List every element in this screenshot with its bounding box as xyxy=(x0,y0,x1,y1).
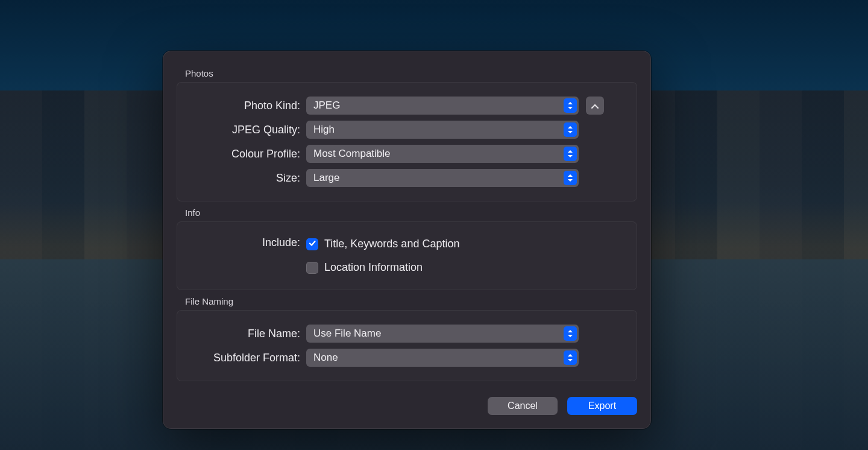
row-photo-kind: Photo Kind: JPEG xyxy=(186,96,628,115)
label-colour-profile: Colour Profile: xyxy=(186,148,306,160)
popup-jpeg-quality-value: High xyxy=(313,124,335,136)
section-title-photos: Photos xyxy=(185,68,637,78)
checkbox-row-title-keywords-caption: Title, Keywords and Caption xyxy=(306,238,459,250)
updown-icon xyxy=(564,350,577,365)
checkbox-title-keywords-caption[interactable] xyxy=(306,238,318,250)
label-photo-kind: Photo Kind: xyxy=(186,100,306,112)
export-button-label: Export xyxy=(588,401,616,411)
updown-icon xyxy=(564,98,577,113)
popup-size[interactable]: Large xyxy=(306,169,579,187)
row-file-name: File Name: Use File Name xyxy=(186,324,628,343)
popup-size-value: Large xyxy=(313,172,339,184)
checkbox-label-title-keywords-caption: Title, Keywords and Caption xyxy=(324,238,459,250)
updown-icon xyxy=(564,326,577,341)
row-colour-profile: Colour Profile: Most Compatible xyxy=(186,144,628,163)
section-title-file-naming: File Naming xyxy=(185,296,637,306)
label-subfolder-format: Subfolder Format: xyxy=(186,352,306,364)
row-include: Include: Title, Keywords and Caption Loc… xyxy=(186,235,628,276)
popup-photo-kind[interactable]: JPEG xyxy=(306,97,579,115)
popup-colour-profile[interactable]: Most Compatible xyxy=(306,145,579,163)
checkbox-row-location-information: Location Information xyxy=(306,261,423,274)
updown-icon xyxy=(564,171,577,185)
checkbox-location-information[interactable] xyxy=(306,262,318,274)
checkbox-label-location-information: Location Information xyxy=(324,261,423,274)
cancel-button-label: Cancel xyxy=(508,401,538,411)
section-info: Include: Title, Keywords and Caption Loc… xyxy=(177,221,637,290)
updown-icon xyxy=(564,147,577,161)
popup-file-name-value: Use File Name xyxy=(313,328,381,340)
cancel-button[interactable]: Cancel xyxy=(488,397,558,415)
export-button[interactable]: Export xyxy=(567,397,637,415)
label-file-name: File Name: xyxy=(186,328,306,340)
section-title-info: Info xyxy=(185,208,637,218)
dialog-footer: Cancel Export xyxy=(177,397,637,415)
chevron-up-icon xyxy=(591,100,599,111)
popup-photo-kind-value: JPEG xyxy=(313,100,340,112)
popup-file-name[interactable]: Use File Name xyxy=(306,325,579,343)
popup-subfolder-format[interactable]: None xyxy=(306,349,579,367)
updown-icon xyxy=(564,122,577,137)
popup-jpeg-quality[interactable]: High xyxy=(306,121,579,139)
row-subfolder-format: Subfolder Format: None xyxy=(186,348,628,367)
label-size: Size: xyxy=(186,172,306,185)
export-dialog: Photos Photo Kind: JPEG JPEG Quality: xyxy=(163,51,651,429)
checkmark-icon xyxy=(308,239,316,250)
row-jpeg-quality: JPEG Quality: High xyxy=(186,120,628,139)
popup-subfolder-format-value: None xyxy=(313,352,338,364)
row-size: Size: Large xyxy=(186,168,628,188)
label-jpeg-quality: JPEG Quality: xyxy=(186,124,306,136)
label-include: Include: xyxy=(186,235,306,249)
section-photos: Photo Kind: JPEG JPEG Quality: xyxy=(177,82,637,201)
section-file-naming: File Name: Use File Name Subfolder Forma… xyxy=(177,310,637,381)
popup-colour-profile-value: Most Compatible xyxy=(313,148,391,160)
collapse-section-button[interactable] xyxy=(586,97,604,115)
